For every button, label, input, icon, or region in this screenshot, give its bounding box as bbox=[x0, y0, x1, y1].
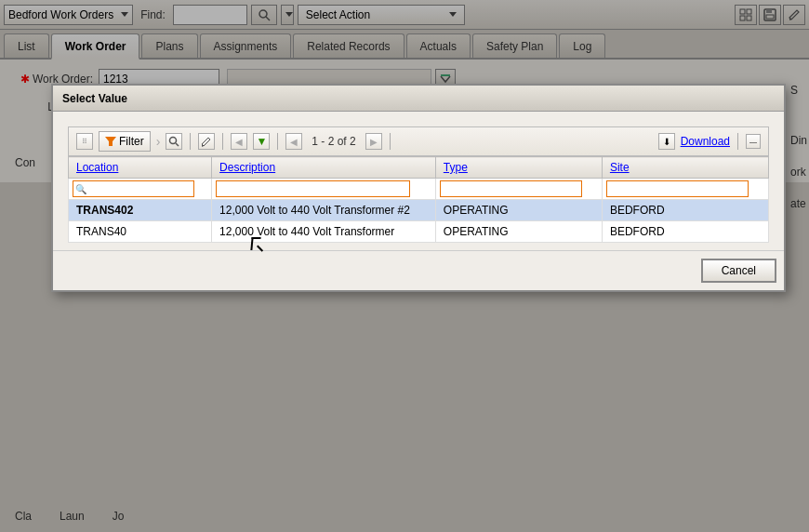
filter-icon bbox=[105, 137, 116, 146]
filter-site-input[interactable] bbox=[606, 180, 749, 197]
modal-down-btn[interactable]: ▼ bbox=[253, 133, 270, 150]
download-icon-btn[interactable]: ⬇ bbox=[658, 133, 675, 150]
filter-location-input[interactable] bbox=[73, 180, 194, 197]
modal-title-bar: Select Value bbox=[53, 86, 784, 112]
filter-description-input[interactable] bbox=[216, 180, 410, 197]
table-row[interactable]: TRANS402 12,000 Volt to 440 Volt Transfo… bbox=[69, 200, 769, 221]
modal-forward-btn[interactable]: ▶ bbox=[365, 133, 382, 150]
modal-toolbar: ⠿ Filter › bbox=[68, 126, 769, 156]
cancel-button[interactable]: Cancel bbox=[701, 259, 776, 283]
modal-search-icon bbox=[168, 136, 179, 147]
modal-back-btn[interactable]: ◀ bbox=[285, 133, 302, 150]
svg-line-14 bbox=[176, 143, 179, 146]
filter-site-cell bbox=[602, 179, 768, 200]
divider3 bbox=[277, 133, 278, 150]
row1-type: OPERATING bbox=[435, 200, 602, 221]
table-header-row: Location Description Type Site bbox=[69, 157, 769, 179]
modal-overlay: Select Value ⠿ Filter › bbox=[0, 0, 809, 532]
col-location[interactable]: Location bbox=[69, 157, 212, 179]
table-row[interactable]: TRANS40 12,000 Volt to 440 Volt Transfor… bbox=[69, 221, 769, 243]
row2-type: OPERATING bbox=[435, 221, 602, 243]
col-site[interactable]: Site bbox=[602, 157, 768, 179]
modal-title: Select Value bbox=[62, 92, 127, 105]
filter-type-input[interactable] bbox=[440, 180, 582, 197]
table-filter-row bbox=[69, 179, 769, 200]
filter-type-cell bbox=[435, 179, 602, 200]
filter-location-cell bbox=[69, 179, 212, 200]
select-value-table: Location Description Type Site bbox=[68, 156, 769, 243]
breadcrumb-arrow: › bbox=[156, 134, 161, 149]
modal-prev-btn[interactable]: ◀ bbox=[231, 133, 247, 150]
select-value-modal: Select Value ⠿ Filter › bbox=[51, 84, 786, 292]
minimize-btn[interactable]: — bbox=[746, 134, 761, 149]
row2-description: 12,000 Volt to 440 Volt Transformer bbox=[212, 221, 436, 243]
pencil-icon bbox=[201, 136, 212, 147]
divider1 bbox=[190, 133, 191, 150]
filter-button[interactable]: Filter bbox=[99, 131, 151, 152]
col-type[interactable]: Type bbox=[435, 157, 602, 179]
col-description[interactable]: Description bbox=[212, 157, 436, 179]
download-area: ⬇ Download — bbox=[658, 133, 761, 150]
download-link[interactable]: Download bbox=[681, 135, 730, 148]
row1-location: TRANS402 bbox=[69, 200, 212, 221]
modal-body: ⠿ Filter › bbox=[53, 112, 784, 250]
svg-point-13 bbox=[170, 138, 177, 144]
svg-marker-12 bbox=[105, 137, 116, 146]
filter-label: Filter bbox=[119, 135, 144, 148]
modal-search-btn[interactable] bbox=[166, 133, 182, 150]
modal-footer: Cancel bbox=[53, 250, 784, 290]
divider2 bbox=[222, 133, 223, 150]
modal-grip-icon: ⠿ bbox=[76, 133, 93, 150]
pager-text: 1 - 2 of 2 bbox=[312, 135, 355, 148]
row2-location: TRANS40 bbox=[69, 221, 212, 243]
row1-description: 12,000 Volt to 440 Volt Transformer #2 bbox=[212, 200, 436, 221]
divider5 bbox=[737, 133, 738, 150]
filter-description-cell bbox=[212, 179, 436, 200]
divider4 bbox=[390, 133, 391, 150]
row2-site: BEDFORD bbox=[602, 221, 768, 243]
row1-site: BEDFORD bbox=[602, 200, 768, 221]
modal-pencil-btn[interactable] bbox=[198, 133, 215, 150]
